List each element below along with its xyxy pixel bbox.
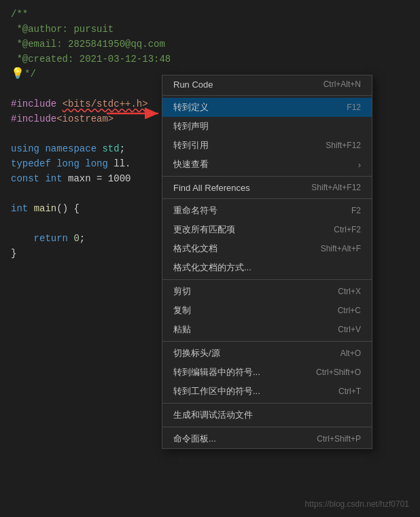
editor: /** *@author: pursuit *@email: 282584195… xyxy=(0,0,420,517)
code-line: *@author: pursuit xyxy=(0,22,420,37)
menu-item-shortcut: Ctrl+C xyxy=(338,306,361,315)
menu-item-label: 快速查看 xyxy=(173,158,353,171)
menu-item-run-code[interactable]: Run Code Ctrl+Alt+N xyxy=(162,75,372,93)
menu-item-shortcut: Ctrl+Shift+P xyxy=(317,434,361,444)
menu-item-shortcut: Ctrl+F2 xyxy=(334,225,361,234)
menu-separator xyxy=(162,176,372,177)
menu-item-label: 转到引用 xyxy=(173,139,312,151)
menu-item-goto-reference[interactable]: 转到引用 Shift+F12 xyxy=(162,136,372,155)
menu-item-quick-view[interactable]: 快速查看 › xyxy=(162,155,372,174)
menu-item-label: 生成和调试活动文件 xyxy=(173,409,347,421)
menu-item-shortcut: Ctrl+X xyxy=(338,287,361,296)
menu-item-label: 命令面板... xyxy=(173,433,303,445)
lightbulb-icon: 💡 xyxy=(11,67,24,82)
menu-item-label: 复制 xyxy=(173,304,324,317)
menu-item-goto-symbol-workspace[interactable]: 转到工作区中的符号... Ctrl+T xyxy=(162,382,372,401)
menu-separator xyxy=(162,427,372,427)
menu-item-change-all-occurrences[interactable]: 更改所有匹配项 Ctrl+F2 xyxy=(162,220,372,239)
menu-item-format-document-with[interactable]: 格式化文档的方式... xyxy=(162,258,372,277)
menu-item-shortcut: F2 xyxy=(351,206,361,215)
menu-item-find-all-references[interactable]: Find All References Shift+Alt+F12 xyxy=(162,179,372,196)
menu-item-goto-declaration[interactable]: 转到声明 xyxy=(162,117,372,136)
menu-item-goto-definition[interactable]: 转到定义 F12 xyxy=(162,98,372,117)
menu-separator xyxy=(162,95,372,96)
code-line: /** xyxy=(0,7,420,22)
menu-item-goto-symbol-editor[interactable]: 转到编辑器中的符号... Ctrl+Shift+O xyxy=(162,363,372,382)
menu-item-copy[interactable]: 复制 Ctrl+C xyxy=(162,301,372,320)
menu-item-label: 转到声明 xyxy=(173,120,347,132)
menu-item-toggle-header-source[interactable]: 切换标头/源 Alt+O xyxy=(162,344,372,363)
menu-item-generate-debug[interactable]: 生成和调试活动文件 xyxy=(162,406,372,425)
menu-item-shortcut: Ctrl+Alt+N xyxy=(323,79,361,89)
menu-item-shortcut: Ctrl+T xyxy=(338,387,361,396)
menu-item-shortcut: Shift+F12 xyxy=(326,141,361,150)
menu-item-shortcut: Shift+Alt+F xyxy=(321,244,361,253)
menu-item-shortcut: Shift+Alt+F12 xyxy=(311,183,361,192)
menu-item-cut[interactable]: 剪切 Ctrl+X xyxy=(162,282,372,301)
watermark: https://blog.csdn.net/hzf0701 xyxy=(305,499,409,509)
menu-item-label: 剪切 xyxy=(173,285,324,298)
menu-item-label: 更改所有匹配项 xyxy=(173,224,320,236)
menu-separator xyxy=(162,198,372,199)
context-menu: Run Code Ctrl+Alt+N 转到定义 F12 转到声明 转到引用 S… xyxy=(162,75,372,449)
chevron-right-icon: › xyxy=(358,160,361,170)
menu-item-command-palette[interactable]: 命令面板... Ctrl+Shift+P xyxy=(162,429,372,448)
menu-item-shortcut: F12 xyxy=(347,103,361,112)
menu-item-label: Find All References xyxy=(173,183,298,193)
menu-item-format-document[interactable]: 格式化文档 Shift+Alt+F xyxy=(162,239,372,258)
menu-item-label: 转到编辑器中的符号... xyxy=(173,366,302,378)
menu-separator xyxy=(162,341,372,342)
menu-separator xyxy=(162,279,372,280)
menu-item-label: 粘贴 xyxy=(173,323,324,336)
menu-item-shortcut: Ctrl+V xyxy=(338,325,361,334)
menu-item-label: 重命名符号 xyxy=(173,204,338,217)
menu-item-shortcut: Ctrl+Shift+O xyxy=(316,368,361,377)
menu-item-label: 转到定义 xyxy=(173,101,333,113)
menu-item-rename-symbol[interactable]: 重命名符号 F2 xyxy=(162,201,372,220)
menu-item-shortcut: Alt+O xyxy=(340,349,361,358)
code-line: *@email: 2825841950@qq.com xyxy=(0,37,420,52)
menu-separator xyxy=(162,403,372,404)
menu-item-label: 转到工作区中的符号... xyxy=(173,385,325,397)
arrow-indicator xyxy=(105,105,160,122)
menu-item-label: 格式化文档的方式... xyxy=(173,262,347,274)
menu-item-label: 切换标头/源 xyxy=(173,347,327,359)
menu-item-label: Run Code xyxy=(173,79,310,90)
menu-item-label: 格式化文档 xyxy=(173,243,307,255)
menu-item-paste[interactable]: 粘贴 Ctrl+V xyxy=(162,320,372,339)
code-line: *@created: 2021-03-12-13:48 xyxy=(0,52,420,67)
